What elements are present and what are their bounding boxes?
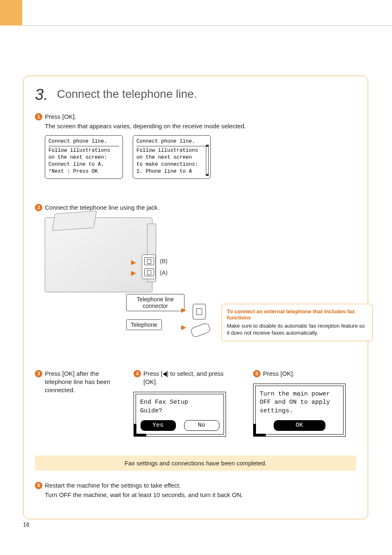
lcd-b-l2: on the next screen xyxy=(136,154,207,161)
left-arrow-icon xyxy=(163,372,167,377)
step1-note: The screen that appears varies, dependin… xyxy=(45,123,356,130)
wall-jack-icon xyxy=(193,304,206,319)
section-title-text: Connect the telephone line. xyxy=(57,88,197,100)
lcd-b-l4: 1. Phone line to A xyxy=(136,168,207,175)
step5-text: Press [OK]. xyxy=(263,370,295,378)
step3-text: Press [OK] after the telephone line has … xyxy=(45,370,117,395)
lcd-screen-b: Connect phone line. Follow illustrations… xyxy=(133,135,211,178)
tip-title: To connect an external telephone that in… xyxy=(227,308,367,321)
lcd5-l1: Turn the main power xyxy=(260,390,339,398)
connection-diagram: (B) (A) Telephone line connector Telepho… xyxy=(45,217,356,349)
lcd5-l3: settings. xyxy=(260,407,339,415)
completion-bar: Fax settings and connections have been c… xyxy=(35,456,356,471)
yes-button[interactable]: Yes xyxy=(141,420,176,431)
divider xyxy=(22,25,392,26)
tip-body: Make sure to disable its automatic fax r… xyxy=(227,322,367,337)
lcd-screen-a: Connect phone line. Follow illustrations… xyxy=(45,135,123,178)
section-title: 3. Connect the telephone line. xyxy=(35,86,356,104)
step-badge-6: 6 xyxy=(35,482,42,489)
section-number: 3. xyxy=(35,86,48,104)
step2-text: Connect the telephone line using the jac… xyxy=(45,204,159,212)
tip-box: To connect an external telephone that in… xyxy=(221,304,373,341)
step-badge-4: 4 xyxy=(134,370,141,377)
step-badge-2: 2 xyxy=(35,204,42,211)
jack-a xyxy=(144,268,154,276)
lcd-a-l2: on the next screen: xyxy=(48,154,119,161)
label-a: (A) xyxy=(160,269,168,276)
lcd-b-l1: Follow illustrations xyxy=(136,147,207,154)
lcd-a-l4: *Next : Press OK xyxy=(48,168,119,175)
lcd-end-setup: End Fax Setup Guide? Yes No xyxy=(134,392,226,437)
callout-connector: Telephone line connector xyxy=(126,294,184,311)
handset-icon xyxy=(190,322,211,338)
lcd-a-header: Connect phone line. xyxy=(48,138,119,146)
arrow-icon xyxy=(131,260,136,265)
no-button[interactable]: No xyxy=(184,420,219,431)
callout-telephone: Telephone xyxy=(126,319,162,330)
side-tab xyxy=(0,0,22,25)
lcd-b-l3: to make connections: xyxy=(136,161,207,168)
arrow-icon xyxy=(181,308,186,313)
lcd4-l1: End Fax Setup xyxy=(140,398,219,407)
scroll-indicator xyxy=(206,145,209,176)
step-badge-1: 1 xyxy=(35,113,42,120)
arrow-icon xyxy=(181,325,186,330)
lcd-b-header: Connect phone line. xyxy=(136,138,207,146)
step1-text: Press [OK]. xyxy=(45,113,76,121)
printer-illustration xyxy=(45,217,152,292)
page-number: 16 xyxy=(23,521,30,528)
step-badge-5: 5 xyxy=(253,370,261,377)
lcd4-l2: Guide? xyxy=(140,407,219,415)
manual-page: { "section": { "number": "3.", "title": … xyxy=(0,0,392,555)
step-badge-3: 3 xyxy=(35,370,42,377)
lcd-a-l3: Connect line to A. xyxy=(48,161,119,168)
arrow-icon xyxy=(131,271,136,276)
content-panel: 3. Connect the telephone line. 1 Press [… xyxy=(23,76,368,519)
lcd5-l2: OFF and ON to apply xyxy=(260,398,339,407)
lcd-a-l1: Follow illustrations xyxy=(48,147,119,154)
step4-text: Press [] to select, and press [OK]. xyxy=(143,370,237,386)
jack-b xyxy=(144,257,154,265)
label-b: (B) xyxy=(160,258,168,264)
jack-panel xyxy=(142,254,156,279)
ok-button[interactable]: OK xyxy=(274,420,325,431)
lcd-power-cycle: Turn the main power OFF and ON to apply … xyxy=(253,384,346,437)
step6-note: Turn OFF the machine, wait for at least … xyxy=(45,491,356,498)
step6-text: Restart the machine for the settings to … xyxy=(45,481,181,490)
step4-pre: Press [ xyxy=(143,370,163,377)
